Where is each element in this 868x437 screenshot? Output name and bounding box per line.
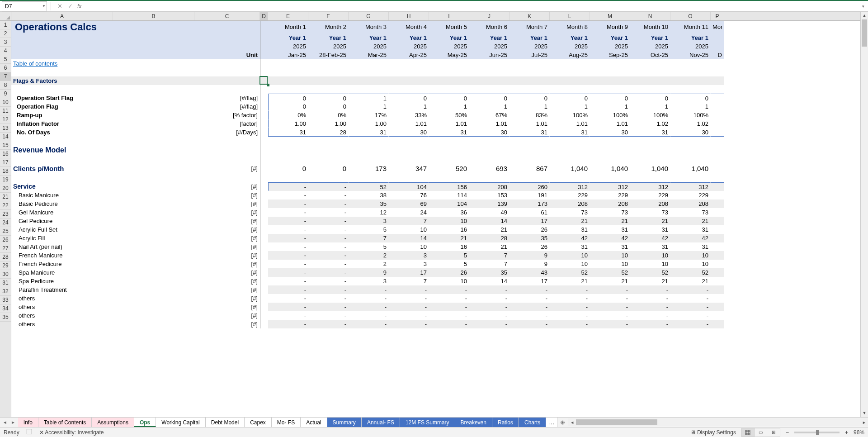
cell[interactable]: - (349, 311, 389, 320)
cell[interactable]: 520 (429, 164, 469, 174)
cell[interactable]: - (389, 311, 429, 320)
cell[interactable] (670, 68, 711, 76)
cell[interactable]: 229 (590, 191, 630, 200)
cell[interactable] (260, 68, 268, 76)
cell[interactable]: Month 6 (469, 21, 509, 33)
cell[interactable] (260, 277, 268, 285)
cell[interactable] (260, 94, 268, 102)
cell[interactable]: 21 (469, 225, 509, 234)
cell[interactable] (260, 51, 268, 59)
cell[interactable] (429, 85, 469, 94)
cell[interactable]: 21 (429, 234, 469, 242)
cell[interactable] (113, 68, 194, 76)
cell[interactable]: - (550, 303, 590, 311)
cell[interactable]: [#] (194, 217, 260, 225)
cell[interactable]: [#] (194, 311, 260, 320)
formula-input[interactable] (83, 1, 859, 11)
cell[interactable] (113, 145, 194, 155)
cell[interactable]: 693 (469, 164, 509, 174)
cell[interactable] (429, 76, 469, 85)
scroll-up-icon[interactable]: ▲ (861, 12, 868, 19)
cell[interactable]: 31 (670, 242, 711, 251)
cell[interactable]: - (389, 303, 429, 311)
cell[interactable]: French Pedicure (11, 260, 194, 268)
cell[interactable]: - (630, 285, 670, 294)
cell[interactable]: 1.00 (308, 119, 349, 128)
cell[interactable]: 100% (670, 111, 711, 119)
cell[interactable]: 2025 (268, 42, 308, 51)
cell[interactable]: 1 (590, 102, 630, 111)
cell[interactable]: 31 (349, 128, 389, 137)
cell[interactable]: - (268, 191, 308, 200)
cell[interactable]: 229 (670, 191, 711, 200)
cell[interactable] (268, 155, 308, 164)
cell[interactable]: [#/flag] (194, 102, 260, 111)
cell[interactable]: 38 (349, 191, 389, 200)
cell[interactable]: Basic Manicure (11, 191, 194, 200)
cell[interactable]: 10 (429, 277, 469, 285)
cell[interactable]: 1 (670, 102, 711, 111)
cell[interactable]: 43 (509, 268, 550, 277)
cell[interactable] (11, 85, 113, 94)
cell[interactable]: Month 7 (509, 21, 550, 33)
sheet-tab-ops[interactable]: Ops (134, 418, 156, 427)
cell[interactable] (670, 155, 711, 164)
row-header-1[interactable]: 1 (0, 21, 11, 29)
cell[interactable]: - (590, 294, 630, 303)
cell[interactable] (711, 234, 724, 242)
cell[interactable]: 10 (590, 260, 630, 268)
cell[interactable] (670, 137, 711, 145)
cell[interactable] (260, 251, 268, 260)
cell[interactable]: Oct-25 (630, 51, 670, 59)
cell[interactable]: 31 (630, 242, 670, 251)
row-header-5[interactable]: 5 (0, 55, 11, 64)
cell[interactable] (711, 225, 724, 234)
cell[interactable] (469, 76, 509, 85)
cell[interactable]: [#] (194, 260, 260, 268)
cell[interactable]: - (670, 311, 711, 320)
cell[interactable] (711, 102, 724, 111)
cell[interactable]: 26 (509, 225, 550, 234)
cell[interactable]: 31 (550, 128, 590, 137)
name-box[interactable]: D7 ▼ (2, 1, 47, 11)
cell[interactable] (711, 182, 724, 191)
cell[interactable] (349, 155, 389, 164)
cell[interactable]: 69 (389, 200, 429, 208)
cell[interactable]: 14 (469, 277, 509, 285)
cell[interactable]: Nail Art (per nail) (11, 242, 194, 251)
row-header-25[interactable]: 25 (0, 227, 11, 236)
cell[interactable]: 139 (469, 200, 509, 208)
cell[interactable]: [#] (194, 225, 260, 234)
formula-expand-icon[interactable]: ▾ (859, 4, 868, 9)
cell[interactable] (711, 59, 724, 68)
cell[interactable] (711, 217, 724, 225)
row-header-12[interactable]: 12 (0, 115, 11, 124)
row-header-4[interactable]: 4 (0, 47, 11, 55)
cell[interactable]: [#] (194, 208, 260, 217)
cell[interactable]: 35 (509, 234, 550, 242)
cell[interactable]: 0 (590, 94, 630, 102)
cell[interactable]: Revenue Model (11, 145, 113, 155)
cell[interactable]: 3 (349, 277, 389, 285)
cell[interactable]: 347 (389, 164, 429, 174)
cell[interactable]: 1 (349, 102, 389, 111)
col-header-P[interactable]: P (711, 12, 724, 20)
cell[interactable]: [#] (194, 251, 260, 260)
cell[interactable]: Spa Pedicure (11, 277, 194, 285)
cell[interactable]: 260 (509, 182, 550, 191)
sheet-tab-breakeven[interactable]: Breakeven (455, 418, 492, 427)
cell[interactable]: 114 (429, 191, 469, 200)
cell[interactable] (509, 59, 550, 68)
cell[interactable]: - (429, 294, 469, 303)
cell[interactable]: 16 (429, 225, 469, 234)
cell[interactable]: - (268, 268, 308, 277)
cell[interactable] (469, 85, 509, 94)
row-header-34[interactable]: 34 (0, 304, 11, 313)
cell[interactable]: Gel Manicure (11, 208, 194, 217)
cell[interactable]: Month 9 (590, 21, 630, 33)
cell[interactable]: 1 (429, 102, 469, 111)
cell[interactable]: 73 (630, 208, 670, 217)
cell[interactable] (429, 68, 469, 76)
cell[interactable]: 31 (630, 128, 670, 137)
cell[interactable] (469, 59, 509, 68)
